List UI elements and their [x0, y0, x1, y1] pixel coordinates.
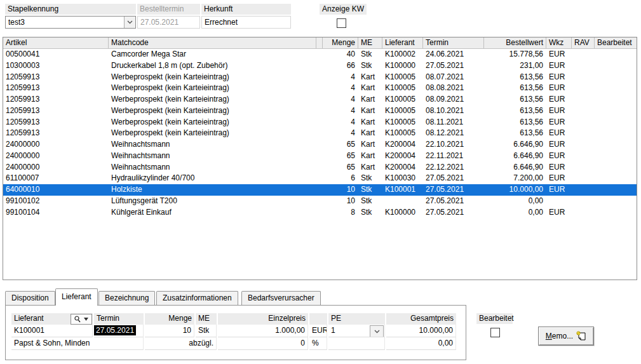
- cell: [316, 60, 323, 72]
- cell: 231,00: [484, 60, 546, 72]
- cell: 15.778,56: [484, 49, 546, 60]
- memo-note-icon: [576, 331, 586, 341]
- cell: [316, 83, 323, 94]
- detail-row-2: Papst & Sohn, Minden abzügl. 0 % 0,00: [11, 337, 456, 350]
- detail-einzelpreis-field[interactable]: 1.000,00: [218, 325, 308, 337]
- cell: 12059913: [3, 128, 109, 139]
- discount-value-field[interactable]: 0: [218, 337, 308, 350]
- cell: 66: [323, 60, 358, 72]
- tab-zusatzinformationen[interactable]: Zusatzinformationen: [156, 291, 238, 305]
- cell: [595, 139, 637, 151]
- tab-disposition[interactable]: Disposition: [5, 291, 55, 305]
- table-row[interactable]: 24000000Weihnachtsmann65KartK20000422.10…: [3, 139, 637, 151]
- cell: Kühlgerät Einkauf: [109, 207, 316, 219]
- cell: [572, 72, 595, 83]
- cell: 08.09.2021: [423, 94, 484, 105]
- cell: [572, 60, 595, 72]
- cell: Werbeprospekt (kein Karteieintrag): [109, 128, 316, 139]
- memo-button-label: Memo...: [546, 332, 573, 340]
- cell: 6: [323, 173, 358, 184]
- table-row[interactable]: 12059913Werbeprospekt (kein Karteieintra…: [3, 83, 637, 94]
- chevron-down-icon[interactable]: [370, 325, 384, 337]
- detail-header-gesamtpreis: Gesamtpreis: [386, 313, 456, 325]
- column-header-wkz[interactable]: Wkz: [546, 37, 572, 48]
- table-row[interactable]: 00500041Camcorder Mega Star40StkK1000022…: [3, 49, 637, 60]
- cell: [572, 173, 595, 184]
- table-row[interactable]: 99100104Kühlgerät Einkauf8StkK10000027.0…: [3, 207, 637, 219]
- table-row[interactable]: 12059913Werbeprospekt (kein Karteieintra…: [3, 94, 637, 105]
- cell: 613,56: [484, 117, 546, 128]
- column-header-spacer[interactable]: [316, 37, 323, 48]
- anzeige-kw-checkbox[interactable]: [337, 18, 346, 28]
- detail-termin-field[interactable]: 27.05.2021: [94, 325, 144, 337]
- column-header-rav[interactable]: RAV: [572, 37, 595, 48]
- supplier-name-field: Papst & Sohn, Minden: [11, 337, 144, 350]
- cell: [595, 105, 637, 117]
- cell: 4: [323, 72, 358, 83]
- discount-unit: %: [309, 337, 327, 350]
- column-header-me[interactable]: ME: [358, 37, 382, 48]
- cell: EUR: [546, 139, 572, 151]
- supplier-search-button[interactable]: [71, 314, 92, 325]
- cell: K100002: [382, 49, 423, 60]
- cell: 24000000: [3, 162, 109, 173]
- table-row[interactable]: 64000010Holzkiste10StkK10000127.05.20211…: [3, 184, 637, 196]
- column-header-termin[interactable]: Termin: [423, 37, 484, 48]
- cell: 22.10.2021: [423, 139, 484, 151]
- cell: [595, 83, 637, 94]
- column-header-bearbeitet[interactable]: Bearbeitet: [595, 37, 637, 48]
- tab-bezeichnung[interactable]: Bezeichnung: [98, 291, 155, 305]
- column-header-matchcode[interactable]: Matchcode: [109, 37, 316, 48]
- cell: 27.05.2021: [423, 173, 484, 184]
- cell: 0,00: [484, 196, 546, 207]
- column-header-bestellwert[interactable]: Bestellwert: [484, 37, 546, 48]
- cell: [572, 49, 595, 60]
- cell: [595, 196, 637, 207]
- table-row[interactable]: 24000000Weihnachtsmann65KartK20000422.12…: [3, 162, 637, 173]
- memo-button[interactable]: Memo...: [538, 327, 594, 346]
- cell: [316, 173, 323, 184]
- column-header-artikel[interactable]: Artikel: [3, 37, 109, 48]
- cell: 6.646,90: [484, 139, 546, 151]
- cell: Camcorder Mega Star: [109, 49, 316, 60]
- cell: [316, 117, 323, 128]
- table-row[interactable]: 12059913Werbeprospekt (kein Karteieintra…: [3, 105, 637, 117]
- cell: Kart: [358, 117, 382, 128]
- table-row[interactable]: 12059913Werbeprospekt (kein Karteieintra…: [3, 128, 637, 139]
- cell: 613,56: [484, 83, 546, 94]
- column-header-lieferant[interactable]: Lieferant: [382, 37, 423, 48]
- column-header-menge[interactable]: Menge: [323, 37, 358, 48]
- cell: 08.11.2021: [423, 117, 484, 128]
- stapelkennung-value: test3: [8, 18, 25, 27]
- cell: [572, 184, 595, 196]
- cell: [572, 151, 595, 162]
- orders-table[interactable]: ArtikelMatchcodeMengeMELieferantTerminBe…: [3, 37, 637, 280]
- cell: EUR: [546, 184, 572, 196]
- table-row[interactable]: 99100102Lüftungsgerät T20010Stk27.05.202…: [3, 196, 637, 207]
- table-row[interactable]: 24000000Weihnachtsmann65KartK20000422.11…: [3, 151, 637, 162]
- chevron-down-icon[interactable]: [124, 17, 135, 28]
- bearbeitet-checkbox[interactable]: [490, 328, 500, 337]
- order-batch-window: { "colors": { "selection": "#1373d8", "l…: [0, 0, 641, 364]
- table-row[interactable]: 12059913Werbeprospekt (kein Karteieintra…: [3, 117, 637, 128]
- table-row[interactable]: 61100007Hydraulikzylinder 40/7006StkK100…: [3, 173, 637, 184]
- tab-bedarfsverursacher[interactable]: Bedarfsverursacher: [241, 291, 321, 305]
- cell: 08.08.2021: [423, 83, 484, 94]
- cell: K100005: [382, 94, 423, 105]
- cell: 4: [323, 117, 358, 128]
- stapelkennung-combobox[interactable]: test3: [5, 16, 136, 29]
- detail-menge-field[interactable]: 10: [145, 325, 194, 337]
- cell: 08.12.2021: [423, 128, 484, 139]
- cell: 99100102: [3, 196, 109, 207]
- detail-row-1: K100001 27.05.2021 10 Stk 1.000,00 EUR 1…: [11, 325, 456, 337]
- detail-pe-combobox[interactable]: 1: [328, 325, 385, 337]
- cell: 8: [323, 207, 358, 219]
- cell: 24000000: [3, 151, 109, 162]
- detail-lieferant-field[interactable]: K100001: [11, 325, 93, 337]
- detail-currency-field: EUR: [309, 325, 327, 337]
- tab-lieferant[interactable]: Lieferant: [55, 288, 98, 306]
- table-row[interactable]: 12059913Werbeprospekt (kein Karteieintra…: [3, 72, 637, 83]
- cell: EUR: [546, 60, 572, 72]
- table-row[interactable]: 10300003Druckerkabel 1,8 m (opt. Zubehör…: [3, 60, 637, 72]
- detail-empty-cell: [328, 337, 385, 350]
